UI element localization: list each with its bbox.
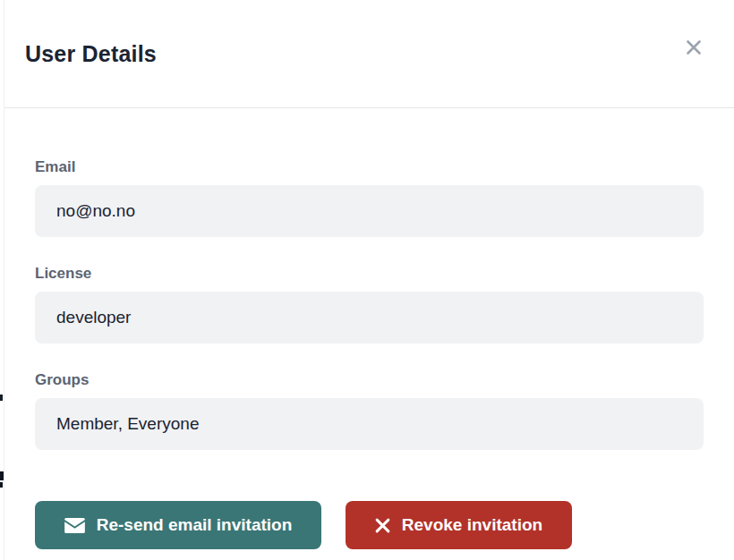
background-page-artifact <box>0 395 3 401</box>
field-group-email: Email no@no.no <box>35 159 704 237</box>
email-field[interactable]: no@no.no <box>35 185 704 237</box>
background-page-artifact <box>0 482 3 488</box>
x-icon <box>375 518 390 533</box>
groups-label: Groups <box>35 372 704 388</box>
close-icon <box>684 47 704 60</box>
close-button[interactable] <box>680 34 707 61</box>
groups-field[interactable]: Member, Everyone <box>35 398 704 450</box>
resend-invitation-button[interactable]: Re-send email invitation <box>35 501 321 549</box>
field-group-license: License developer <box>35 266 704 344</box>
license-label: License <box>35 266 704 282</box>
field-group-groups: Groups Member, Everyone <box>35 372 704 450</box>
license-field[interactable]: developer <box>35 292 704 344</box>
resend-button-label: Re-send email invitation <box>97 515 293 535</box>
envelope-icon <box>64 518 85 533</box>
button-row: Re-send email invitation Revoke invitati… <box>35 472 704 549</box>
modal-title: User Details <box>25 41 157 67</box>
email-value: no@no.no <box>56 201 135 221</box>
license-value: developer <box>56 308 131 327</box>
revoke-invitation-button[interactable]: Revoke invitation <box>346 501 572 549</box>
revoke-button-label: Revoke invitation <box>402 515 542 535</box>
modal-header: User Details <box>4 0 734 108</box>
user-details-modal: User Details Email no@no.no License deve… <box>4 0 734 560</box>
email-label: Email <box>35 159 704 175</box>
modal-body: Email no@no.no License developer Groups … <box>4 108 734 549</box>
groups-value: Member, Everyone <box>56 414 199 434</box>
